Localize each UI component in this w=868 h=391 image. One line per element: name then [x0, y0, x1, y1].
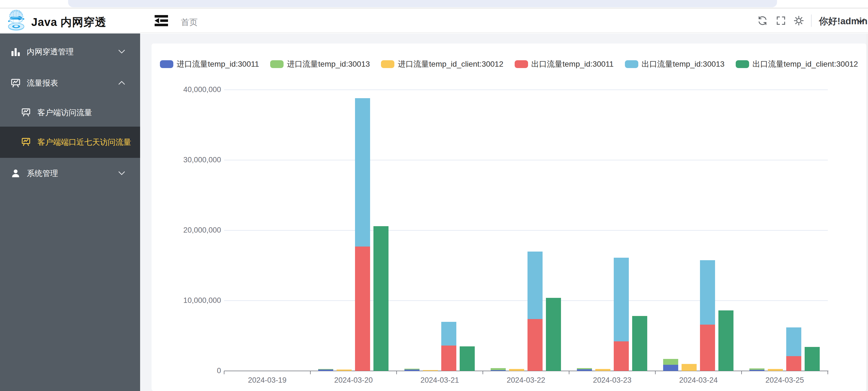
bar-segment[interactable] — [614, 341, 629, 371]
bar-segment[interactable] — [404, 369, 420, 371]
bar-segment[interactable] — [441, 346, 456, 371]
chevron-down-icon — [118, 169, 126, 178]
bar-segment[interactable] — [318, 369, 333, 369]
chevron-up-icon — [118, 79, 126, 88]
theme-sun-icon[interactable] — [793, 15, 804, 26]
chart-legend: 进口流量temp_id:30011进口流量temp_id:30013进口流量te… — [152, 56, 866, 72]
bar-segment[interactable] — [805, 347, 820, 371]
bar-segment[interactable] — [749, 368, 765, 370]
x-axis-tick — [828, 371, 828, 374]
sidebar-item-label: 客户端端口近七天访问流量 — [37, 137, 131, 148]
sidebar-item-traffic-report[interactable]: 流量报表 — [0, 67, 140, 99]
bar-segment[interactable] — [786, 327, 801, 356]
bar-segment[interactable] — [700, 325, 715, 371]
legend-item[interactable]: 出口流量temp_id_client:30012 — [736, 59, 858, 69]
legend-label: 进口流量temp_id_client:30012 — [398, 59, 503, 69]
sidebar-item-label: 客户端访问流量 — [37, 107, 92, 118]
legend-item[interactable]: 出口流量temp_id:30013 — [625, 59, 724, 69]
scrollbar[interactable] — [866, 33, 868, 391]
y-tick-label: 30,000,000 — [160, 156, 221, 164]
bar-segment[interactable] — [663, 359, 678, 365]
x-axis-tick — [396, 371, 397, 374]
legend-item[interactable]: 出口流量temp_id:30011 — [515, 59, 614, 69]
x-axis-tick — [655, 371, 656, 374]
sidebar-collapse-icon[interactable] — [154, 14, 168, 27]
legend-item[interactable]: 进口流量temp_id:30013 — [270, 59, 370, 69]
y-gridline — [224, 300, 828, 301]
legend-label: 出口流量temp_id_client:30012 — [752, 59, 858, 69]
bar-segment[interactable] — [460, 347, 475, 371]
bar-segment[interactable] — [355, 98, 370, 247]
y-gridline — [224, 160, 828, 160]
legend-label: 出口流量temp_id:30011 — [531, 59, 614, 69]
x-tick-label: 2024-03-24 — [654, 376, 743, 385]
bar-segment[interactable] — [718, 311, 734, 371]
bar-segment[interactable] — [614, 258, 629, 341]
x-tick-label: 2024-03-20 — [309, 376, 398, 385]
bar-segment[interactable] — [373, 226, 389, 371]
x-axis-tick — [569, 371, 569, 374]
legend-marker — [736, 60, 749, 68]
chevron-down-icon — [118, 47, 126, 56]
app-logo — [5, 9, 27, 33]
legend-item[interactable]: 进口流量temp_id:30011 — [160, 59, 259, 69]
sidebar-item-tunnel-admin[interactable]: 内网穿透管理 — [0, 36, 140, 67]
bar-segment[interactable] — [749, 370, 765, 371]
bar-segment[interactable] — [786, 356, 801, 371]
x-tick-label: 2024-03-22 — [482, 376, 571, 385]
y-gridline — [224, 230, 828, 231]
legend-label: 出口流量temp_id:30013 — [642, 59, 724, 69]
browser-strip — [0, 0, 868, 8]
x-axis-tick — [310, 371, 311, 374]
bar-segment[interactable] — [546, 298, 561, 371]
bar-segment[interactable] — [527, 319, 542, 371]
report-board-icon — [21, 108, 31, 118]
bar-segment[interactable] — [663, 365, 678, 371]
bar-segment[interactable] — [700, 260, 715, 325]
y-tick-label: 10,000,000 — [160, 296, 221, 305]
bar-segment[interactable] — [768, 369, 783, 371]
fullscreen-icon[interactable] — [775, 15, 786, 26]
bar-segment[interactable] — [404, 369, 420, 369]
bar-segment[interactable] — [632, 316, 647, 371]
app-header: Java 内网穿透 首页 你好!admin — [0, 8, 868, 33]
y-tick-label: 20,000,000 — [160, 226, 221, 234]
x-axis-tick — [224, 371, 224, 374]
app-title: Java 内网穿透 — [31, 14, 106, 30]
x-axis-tick — [483, 371, 483, 374]
bar-segment[interactable] — [509, 369, 524, 371]
x-axis-line — [224, 371, 828, 371]
x-tick-label: 2024-03-23 — [568, 376, 657, 385]
bar-segment[interactable] — [527, 252, 542, 319]
sidebar-item-client-port-7day-traffic[interactable]: 客户端端口近七天访问流量 — [0, 127, 140, 158]
y-tick-label: 40,000,000 — [160, 85, 221, 94]
user-icon — [10, 168, 21, 178]
bar-segment[interactable] — [318, 369, 333, 371]
bar-segment[interactable] — [491, 370, 506, 371]
legend-marker — [160, 60, 173, 68]
sidebar-item-label: 流量报表 — [27, 78, 58, 89]
sidebar-item-system-admin[interactable]: 系统管理 — [0, 158, 140, 189]
bar-segment[interactable] — [595, 369, 610, 371]
legend-item[interactable]: 进口流量temp_id_client:30012 — [381, 59, 503, 69]
x-axis-tick — [741, 371, 742, 374]
bar-segment[interactable] — [441, 322, 456, 346]
sidebar-item-client-traffic[interactable]: 客户端访问流量 — [0, 97, 140, 128]
legend-marker — [270, 60, 284, 68]
bar-segment[interactable] — [682, 364, 696, 371]
y-tick-label: 0 — [160, 366, 221, 375]
bar-segment[interactable] — [423, 370, 438, 371]
chevron-down-icon[interactable] — [856, 17, 865, 26]
bar-segment[interactable] — [577, 368, 592, 369]
legend-marker — [515, 60, 528, 68]
refresh-icon[interactable] — [757, 15, 768, 26]
bar-segment[interactable] — [355, 247, 370, 371]
header-divider — [811, 14, 812, 27]
report-board-icon — [10, 78, 21, 88]
bar-segment[interactable] — [337, 369, 352, 371]
sidebar-item-label: 系统管理 — [27, 168, 58, 179]
bar-segment[interactable] — [491, 368, 506, 370]
browser-strip-pill — [68, 0, 777, 7]
breadcrumb[interactable]: 首页 — [181, 17, 197, 28]
bar-segment[interactable] — [577, 369, 592, 371]
